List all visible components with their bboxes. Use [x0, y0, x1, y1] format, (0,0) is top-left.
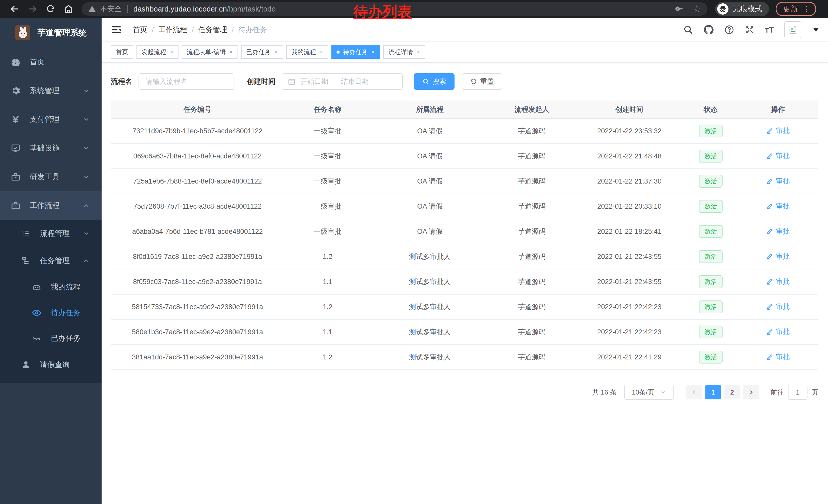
task-name-cell: 1.1 [284, 269, 371, 294]
goto-page-input[interactable]: 1 [788, 385, 808, 400]
edit-icon [766, 177, 773, 185]
tab-start-process[interactable]: 发起流程× [136, 45, 178, 59]
process-cell: 测试多审批人 [371, 244, 489, 269]
close-icon[interactable]: × [275, 49, 278, 55]
task-name-cell: 1.2 [284, 294, 371, 319]
breadcrumb: 首页 / 工作流程 / 任务管理 / 待办任务 [133, 25, 267, 35]
close-icon[interactable]: × [417, 49, 420, 55]
approve-link[interactable]: 审批 [766, 151, 790, 161]
sidebar-item-devtools[interactable]: 研发工具 [0, 163, 101, 191]
starter-cell: 芋道源码 [489, 219, 575, 244]
github-icon[interactable] [704, 25, 714, 35]
reset-button[interactable]: 重置 [462, 73, 502, 90]
tab-my-process[interactable]: 我的流程× [286, 45, 328, 59]
breadcrumb-task-mgmt[interactable]: 任务管理 [199, 25, 227, 35]
security-label[interactable]: 不安全 [100, 4, 122, 14]
page-2-button[interactable]: 2 [724, 385, 740, 400]
sidebar-item-task-mgmt[interactable]: 任务管理 [0, 247, 101, 274]
fullscreen-icon[interactable] [745, 25, 755, 35]
approve-link[interactable]: 审批 [766, 227, 790, 236]
approve-link[interactable]: 审批 [766, 252, 790, 261]
sidebar-item-process-mgmt[interactable]: 流程管理 [0, 220, 101, 247]
search-button[interactable]: 搜索 [414, 73, 455, 90]
task-id-cell: 725a1eb6-7b88-11ec-8ef0-acde48001122 [111, 169, 284, 194]
approve-link[interactable]: 审批 [766, 302, 790, 311]
task-id-cell: 8f0d1619-7ac8-11ec-a9e2-a2380e71991a [111, 244, 284, 269]
approve-link[interactable]: 审批 [766, 201, 790, 211]
starter-cell: 芋道源码 [489, 319, 575, 345]
bookmark-star-icon[interactable]: ☆ [693, 4, 701, 13]
avatar-dropdown-icon[interactable] [813, 28, 819, 32]
tab-todo-tasks[interactable]: 待办任务× [331, 45, 380, 59]
approve-link[interactable]: 审批 [766, 327, 790, 336]
robot-icon [32, 282, 42, 292]
chevron-down-icon [83, 173, 90, 180]
table-row: 58154733-7ac8-11ec-a9e2-a2380e71991a 1.2… [111, 294, 818, 319]
avatar[interactable] [784, 21, 801, 38]
task-name-cell: 一级审批 [284, 194, 371, 219]
close-icon[interactable]: × [320, 49, 323, 55]
table-row: 8f0d1619-7ac8-11ec-a9e2-a2380e71991a 1.2… [111, 244, 818, 269]
sidebar-item-todo-tasks[interactable]: 待办任务 [0, 300, 101, 326]
create-time-label: 创建时间 [247, 77, 276, 86]
page-size-select[interactable]: 10条/页 [624, 385, 673, 400]
sidebar-item-infra[interactable]: 基础设施 [0, 134, 101, 163]
tags-view: 首页 发起流程× 流程表单-编辑× 已办任务× 我的流程× 待办任务× 流程详情… [101, 42, 828, 62]
tab-process-detail[interactable]: 流程详情× [383, 45, 425, 59]
next-page-button[interactable] [743, 385, 759, 400]
back-button[interactable] [7, 1, 23, 17]
reload-button[interactable] [43, 1, 58, 17]
tab-form-edit[interactable]: 流程表单-编辑× [181, 45, 238, 59]
task-name-cell: 1.2 [284, 244, 371, 269]
refresh-icon [470, 78, 477, 85]
forward-button[interactable] [25, 1, 41, 17]
approve-link[interactable]: 审批 [766, 277, 790, 286]
help-icon[interactable] [724, 25, 734, 35]
sidebar-item-my-process[interactable]: 我的流程 [0, 274, 101, 300]
search-icon[interactable] [683, 25, 693, 35]
process-name-input[interactable]: 请输入流程名 [138, 73, 235, 90]
font-size-icon[interactable]: TT [765, 25, 774, 35]
sidebar-item-workflow[interactable]: 工作流程 [0, 191, 101, 220]
sidebar-item-leave-query[interactable]: 请假查询 [0, 351, 101, 378]
tab-home[interactable]: 首页 [111, 45, 133, 59]
key-icon[interactable] [675, 5, 684, 13]
close-icon[interactable]: × [371, 49, 375, 55]
breadcrumb-home[interactable]: 首页 [133, 25, 147, 35]
status-badge: 激活 [699, 275, 722, 288]
table-row: 8f059c03-7ac8-11ec-a9e2-a2380e71991a 1.1… [111, 269, 818, 294]
date-range-input[interactable]: 开始日期 - 结束日期 [282, 73, 403, 90]
collapse-sidebar-icon[interactable] [111, 24, 122, 35]
workflow-submenu: 流程管理 任务管理 我的流程 待办任务 已办任务 [0, 220, 101, 383]
created-cell: 2022-01-21 22:42:23 [575, 319, 684, 345]
close-icon[interactable]: × [170, 49, 173, 55]
starter-cell: 芋道源码 [489, 244, 575, 269]
briefcase-icon [11, 201, 20, 211]
approve-link[interactable]: 审批 [766, 352, 790, 362]
close-icon[interactable]: × [229, 49, 233, 55]
update-button[interactable]: 更新 ⋮ [776, 2, 816, 16]
task-id-cell: 381aa1dd-7ac8-11ec-a9e2-a2380e71991a [111, 345, 284, 370]
app-logo[interactable]: 芋道管理系统 [0, 18, 101, 48]
sidebar-item-system[interactable]: 系统管理 [0, 77, 101, 105]
chevron-up-icon [83, 257, 90, 264]
task-name-cell: 1.1 [284, 319, 371, 345]
tab-done-tasks[interactable]: 已办任务× [241, 45, 283, 59]
sidebar-item-home[interactable]: 首页 [0, 48, 101, 77]
sidebar-item-done-tasks[interactable]: 已办任务 [0, 326, 101, 351]
goto-label: 前往 [771, 388, 784, 397]
task-name-cell: 一级审批 [284, 169, 371, 194]
approve-link[interactable]: 审批 [766, 126, 790, 135]
browser-menu-icon[interactable]: ⋮ [802, 7, 810, 11]
prev-page-button[interactable] [687, 385, 702, 400]
sidebar-item-pay[interactable]: 支付管理 [0, 105, 101, 134]
breadcrumb-workflow[interactable]: 工作流程 [159, 25, 187, 35]
page-1-button[interactable]: 1 [705, 385, 721, 400]
chevron-down-icon [83, 87, 90, 94]
process-cell: OA 请假 [371, 144, 489, 169]
home-button[interactable] [60, 1, 76, 17]
task-id-cell: 069c6a63-7b8a-11ec-8ef0-acde48001122 [111, 144, 284, 169]
col-status: 状态 [684, 100, 738, 119]
starter-cell: 芋道源码 [489, 144, 575, 169]
approve-link[interactable]: 审批 [766, 176, 790, 186]
